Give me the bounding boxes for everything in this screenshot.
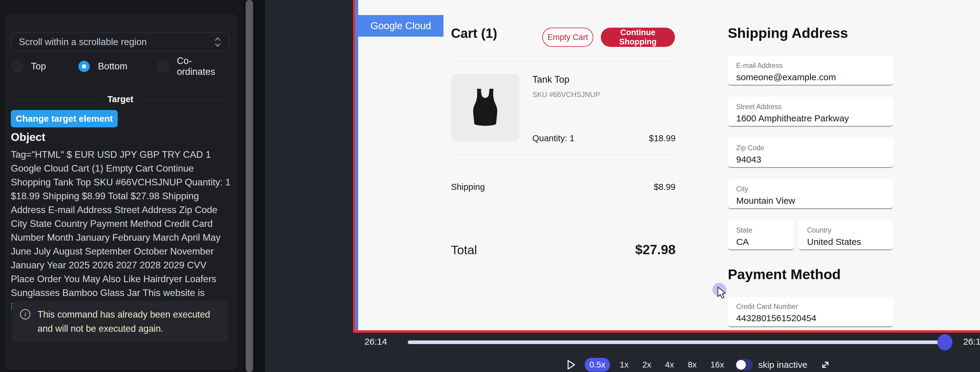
item-name: Tank Top xyxy=(532,74,570,85)
scroll-position-radios: Top Bottom Co-ordinates xyxy=(11,59,230,73)
street-address-field[interactable]: Street Address 1600 Amphitheatre Parkway xyxy=(728,97,893,127)
state-field[interactable]: State CA xyxy=(728,220,794,250)
country-field[interactable]: Country United States xyxy=(799,220,893,250)
email-field[interactable]: E-mail Address someone@example.com xyxy=(728,56,893,86)
state-label: State xyxy=(736,226,794,235)
divider-line xyxy=(11,99,100,99)
timeline-thumb[interactable] xyxy=(937,334,952,350)
empty-cart-button[interactable]: Empty Cart xyxy=(542,28,593,47)
continue-shopping-button[interactable]: Continue Shopping xyxy=(601,28,675,47)
shipping-price: $8.99 xyxy=(654,182,676,192)
fullscreen-expand-icon xyxy=(819,359,831,371)
total-label: Total xyxy=(451,243,477,257)
play-button[interactable] xyxy=(566,359,578,371)
sidebar-scrollbar-thumb[interactable] xyxy=(246,0,253,372)
radio-top[interactable]: Top xyxy=(11,59,46,73)
city-field[interactable]: City Mountain View xyxy=(728,179,893,209)
radio-top-label: Top xyxy=(31,61,46,72)
target-section-divider: Target xyxy=(11,94,230,104)
total-row: Total $27.98 xyxy=(451,242,676,257)
app-window: Scroll within a scrollable region Top Bo… xyxy=(0,0,980,372)
viewport-highlight-red: Google Cloud Cart (1) Empty Cart Continu… xyxy=(353,0,980,333)
toggle-knob[interactable] xyxy=(736,360,746,370)
email-field-label: E-mail Address xyxy=(736,62,893,70)
credit-card-value: 4432801561520454 xyxy=(736,313,893,323)
command-sidebar: Scroll within a scrollable region Top Bo… xyxy=(0,0,243,372)
tank-top-image xyxy=(463,82,508,133)
shipping-label: Shipping xyxy=(451,182,485,192)
action-type-select[interactable]: Scroll within a scrollable region xyxy=(11,33,229,51)
payment-method-heading: Payment Method xyxy=(728,266,841,283)
radio-coordinates-circle[interactable] xyxy=(158,61,169,72)
total-price: $27.98 xyxy=(635,242,676,257)
speed-4x[interactable]: 4x xyxy=(661,358,678,372)
radio-coordinates-label: Co-ordinates xyxy=(177,56,230,77)
country-label: Country xyxy=(807,226,893,235)
radio-bottom[interactable]: Bottom xyxy=(78,59,127,73)
brand-badge: Google Cloud xyxy=(358,15,444,37)
shipping-address-heading: Shipping Address xyxy=(728,25,848,41)
object-description-text: Tag="HTML" $ EUR USD JPY GBP TRY CAD 1 G… xyxy=(11,147,231,313)
object-heading: Object xyxy=(11,131,45,144)
radio-bottom-label: Bottom xyxy=(98,61,127,72)
play-icon xyxy=(566,359,576,370)
radio-top-circle[interactable] xyxy=(11,61,23,72)
speed-16x[interactable]: 8x xyxy=(684,358,701,372)
cart-title: Cart (1) xyxy=(451,26,497,41)
target-section-label: Target xyxy=(108,94,133,104)
street-address-value: 1600 Amphitheatre Parkway xyxy=(736,113,893,123)
city-value: Mountain View xyxy=(736,196,893,206)
info-icon: i xyxy=(20,309,30,319)
timeline-track[interactable] xyxy=(408,340,944,344)
speed-2x[interactable]: 2x xyxy=(638,358,656,372)
cart-divider xyxy=(451,155,676,155)
replayed-webpage: Google Cloud Cart (1) Empty Cart Continu… xyxy=(358,0,980,330)
city-label: City xyxy=(736,185,893,193)
command-card: Scroll within a scrollable region Top Bo… xyxy=(5,14,237,369)
change-target-button[interactable]: Change target element xyxy=(11,110,118,128)
viewport-highlight-blue: Google Cloud Cart (1) Empty Cart Continu… xyxy=(355,0,980,330)
credit-card-field[interactable]: Credit Card Number 4432801561520454 xyxy=(728,298,893,327)
country-value: United States xyxy=(807,237,893,247)
shipping-row: Shipping $8.99 xyxy=(451,182,676,192)
select-chevrons-icon xyxy=(214,36,221,48)
item-sku: SKU #66VCHSJNUP xyxy=(532,91,600,99)
product-image xyxy=(451,74,519,141)
info-message-text: This command has already been executed a… xyxy=(38,307,218,336)
zip-code-value: 94043 xyxy=(736,155,893,164)
skip-inactive-toggle[interactable] xyxy=(735,359,753,370)
current-time: 26:14 xyxy=(364,337,387,347)
info-message-box: i This command has already been executed… xyxy=(12,301,229,342)
action-type-value: Scroll within a scrollable region xyxy=(19,37,214,48)
card-bottom-divider xyxy=(11,358,230,358)
zip-code-label: Zip Code xyxy=(736,144,893,152)
replay-stage: Google Cloud Cart (1) Empty Cart Continu… xyxy=(265,0,980,372)
radio-coordinates[interactable]: Co-ordinates xyxy=(158,59,230,73)
email-field-value: someone@example.com xyxy=(736,72,893,82)
divider-line xyxy=(141,99,230,99)
radio-bottom-circle[interactable] xyxy=(78,61,90,72)
header-divider xyxy=(451,61,676,62)
sidebar-scrollbar-track xyxy=(243,0,265,372)
zip-code-field[interactable]: Zip Code 94043 xyxy=(728,138,893,168)
state-value: CA xyxy=(736,237,794,247)
street-address-label: Street Address xyxy=(736,103,893,111)
credit-card-label: Credit Card Number xyxy=(736,303,893,311)
skip-inactive-label: skip inactive xyxy=(758,360,807,370)
item-price: $18.99 xyxy=(451,133,676,143)
speed-16x[interactable]: 16x xyxy=(706,358,728,372)
mouse-cursor-icon xyxy=(717,286,729,301)
fullscreen-button[interactable] xyxy=(819,358,832,371)
player-controls: 0.5x 1x 2x 4x 8x 16x skip inactive xyxy=(566,357,832,372)
speed-0-5x[interactable]: 0.5x xyxy=(585,358,610,372)
end-time: 26:15 xyxy=(963,337,980,347)
speed-1x[interactable]: 1x xyxy=(616,358,633,372)
